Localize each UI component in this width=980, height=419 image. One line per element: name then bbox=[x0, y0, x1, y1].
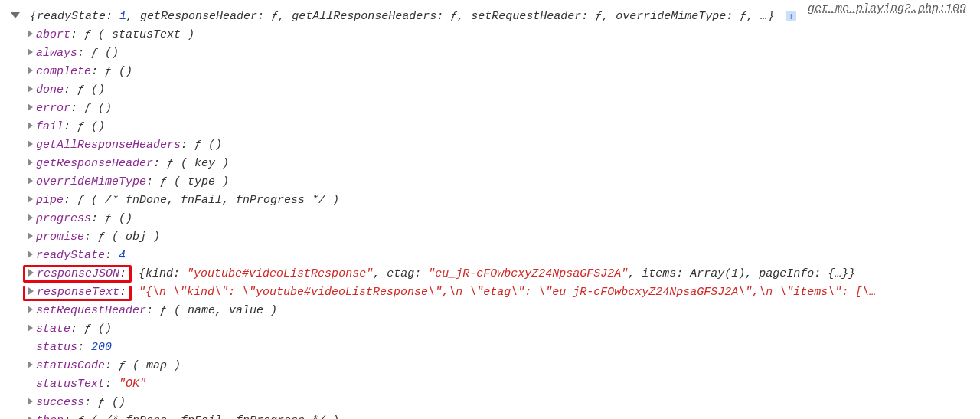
property-row-setRequestHeader[interactable]: setRequestHeader: ƒ ( name, value ) bbox=[11, 302, 980, 320]
caret-right-icon[interactable] bbox=[28, 30, 33, 38]
string-value: "{\n \"kind\": \"youtube#videoListRespon… bbox=[139, 286, 876, 299]
property-key: abort bbox=[36, 28, 70, 41]
property-key: statusCode bbox=[36, 359, 105, 372]
property-row-always[interactable]: always: ƒ () bbox=[11, 44, 980, 63]
function-value: ƒ () bbox=[77, 83, 105, 97]
property-key: getAllResponseHeaders bbox=[36, 139, 181, 152]
info-icon[interactable]: i bbox=[786, 11, 796, 21]
caret-right-icon[interactable] bbox=[28, 287, 34, 295]
property-key: statusText bbox=[36, 378, 105, 391]
caret-right-icon[interactable] bbox=[28, 48, 33, 56]
property-row-promise[interactable]: promise: ƒ ( obj ) bbox=[11, 228, 980, 247]
property-key: then bbox=[36, 414, 64, 419]
function-value: ƒ () bbox=[84, 102, 112, 115]
caret-right-icon[interactable] bbox=[28, 361, 33, 368]
caret-right-icon[interactable] bbox=[28, 214, 33, 221]
object-summary: {readyState: 1, getResponseHeader: ƒ, ge… bbox=[30, 10, 774, 23]
highlighted-key: responseText: bbox=[23, 286, 132, 301]
source-link-text: get_me_playing2.php:109 bbox=[808, 2, 966, 15]
caret-right-icon[interactable] bbox=[28, 122, 33, 129]
property-key: state bbox=[36, 322, 70, 336]
property-row-pipe[interactable]: pipe: ƒ ( /* fnDone, fnFail, fnProgress … bbox=[11, 191, 980, 210]
property-key: getResponseHeader bbox=[36, 157, 153, 170]
function-value: ƒ () bbox=[77, 120, 105, 133]
function-value: ƒ ( /* fnDone, fnFail, fnProgress */ ) bbox=[77, 414, 339, 419]
property-row-status[interactable]: status: 200 bbox=[11, 339, 980, 357]
property-row-progress[interactable]: progress: ƒ () bbox=[11, 210, 980, 228]
property-key: success bbox=[36, 396, 84, 409]
function-value: ƒ () bbox=[98, 396, 126, 409]
property-row-abort[interactable]: abort: ƒ ( statusText ) bbox=[11, 26, 980, 44]
function-value: ƒ ( map ) bbox=[119, 359, 181, 372]
caret-right-icon[interactable] bbox=[28, 85, 33, 93]
function-value: ƒ () bbox=[105, 212, 132, 225]
function-value: ƒ () bbox=[84, 322, 112, 336]
property-key: setRequestHeader bbox=[36, 304, 146, 317]
property-row-overrideMimeType[interactable]: overrideMimeType: ƒ ( type ) bbox=[11, 173, 980, 191]
object-properties: abort: ƒ ( statusText )always: ƒ ()compl… bbox=[11, 26, 980, 419]
console-object: {readyState: 1, getResponseHeader: ƒ, ge… bbox=[0, 0, 980, 419]
property-key: complete bbox=[36, 65, 91, 78]
number-value: 200 bbox=[91, 341, 112, 354]
number-value: 4 bbox=[119, 249, 126, 262]
caret-right-icon[interactable] bbox=[28, 250, 33, 258]
property-row-statusText[interactable]: statusText: "OK" bbox=[11, 375, 980, 394]
property-row-complete[interactable]: complete: ƒ () bbox=[11, 63, 980, 81]
property-row-error[interactable]: error: ƒ () bbox=[11, 100, 980, 118]
property-row-getAllResponseHeaders[interactable]: getAllResponseHeaders: ƒ () bbox=[11, 136, 980, 155]
property-row-success[interactable]: success: ƒ () bbox=[11, 394, 980, 412]
property-key: done bbox=[36, 83, 64, 97]
property-key: status bbox=[36, 341, 77, 354]
caret-right-icon[interactable] bbox=[28, 324, 33, 332]
caret-right-icon[interactable] bbox=[28, 140, 33, 148]
property-row-responseText[interactable]: responseText: "{\n \"kind\": \"youtube#v… bbox=[11, 283, 980, 302]
caret-down-icon[interactable] bbox=[11, 12, 20, 18]
property-row-getResponseHeader[interactable]: getResponseHeader: ƒ ( key ) bbox=[11, 155, 980, 173]
property-key: always bbox=[36, 47, 77, 60]
caret-right-icon[interactable] bbox=[28, 232, 33, 240]
property-key: pipe bbox=[36, 194, 64, 207]
caret-right-icon[interactable] bbox=[28, 159, 33, 166]
caret-right-icon[interactable] bbox=[28, 306, 33, 313]
property-row-responseJSON[interactable]: responseJSON: {kind: "youtube#videoListR… bbox=[11, 265, 980, 283]
caret-right-icon[interactable] bbox=[28, 398, 33, 405]
caret-right-icon[interactable] bbox=[28, 67, 33, 74]
property-key: error bbox=[36, 102, 70, 115]
property-key: progress bbox=[36, 212, 91, 225]
function-value: ƒ () bbox=[194, 139, 222, 152]
property-row-done[interactable]: done: ƒ () bbox=[11, 81, 980, 100]
property-key: readyState bbox=[36, 249, 105, 262]
function-value: ƒ ( type ) bbox=[160, 175, 229, 188]
source-link[interactable]: get_me_playing2.php:109 bbox=[808, 0, 966, 18]
property-row-then[interactable]: then: ƒ ( /* fnDone, fnFail, fnProgress … bbox=[11, 412, 980, 419]
property-row-fail[interactable]: fail: ƒ () bbox=[11, 118, 980, 136]
function-value: ƒ ( name, value ) bbox=[160, 304, 277, 317]
property-key: fail bbox=[36, 120, 64, 133]
string-value: "OK" bbox=[119, 378, 146, 391]
function-value: ƒ ( obj ) bbox=[98, 231, 160, 244]
property-row-state[interactable]: state: ƒ () bbox=[11, 320, 980, 339]
function-value: ƒ ( key ) bbox=[167, 157, 229, 170]
object-preview: {kind: "youtube#videoListResponse", etag… bbox=[139, 267, 855, 280]
property-key: promise bbox=[36, 231, 84, 244]
property-row-readyState[interactable]: readyState: 4 bbox=[11, 247, 980, 265]
function-value: ƒ () bbox=[91, 47, 119, 60]
caret-right-icon[interactable] bbox=[28, 177, 33, 185]
function-value: ƒ () bbox=[105, 65, 132, 78]
function-value: ƒ ( /* fnDone, fnFail, fnProgress */ ) bbox=[77, 194, 339, 207]
property-row-statusCode[interactable]: statusCode: ƒ ( map ) bbox=[11, 357, 980, 375]
property-key: overrideMimeType bbox=[36, 175, 146, 188]
caret-right-icon[interactable] bbox=[28, 416, 33, 419]
caret-right-icon[interactable] bbox=[28, 103, 33, 111]
highlighted-key: responseJSON: bbox=[23, 265, 132, 283]
caret-right-icon[interactable] bbox=[28, 269, 34, 277]
function-value: ƒ ( statusText ) bbox=[84, 28, 194, 41]
caret-right-icon[interactable] bbox=[28, 195, 33, 203]
